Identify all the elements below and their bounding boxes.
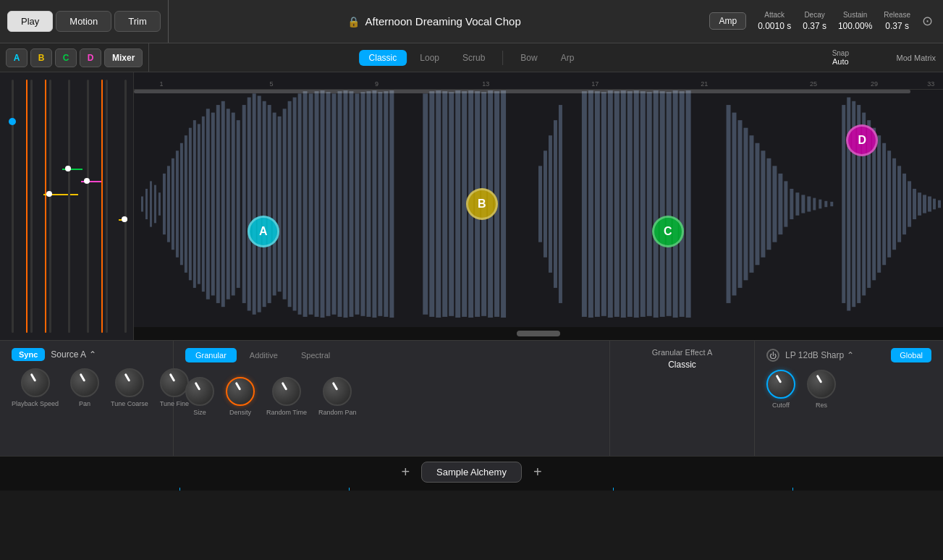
arp-mode-button[interactable]: Arp [551, 50, 585, 66]
play-button[interactable]: Play [7, 11, 53, 32]
ruler-mark-1: 1 [159, 80, 163, 88]
title-area: 🔒 Afternoon Dreaming Vocal Chop [169, 15, 700, 27]
spectral-button[interactable]: Spectral [291, 348, 340, 362]
effect-name: Classic [668, 360, 696, 370]
snap-label: Snap [832, 49, 849, 57]
marker-b-label: B [478, 198, 486, 211]
slider-handle-7[interactable] [122, 216, 127, 222]
div-tick-4 [792, 488, 793, 491]
svg-rect-45 [360, 92, 365, 316]
playback-speed-knob[interactable] [21, 368, 50, 397]
filter-panel: ⏻ LP 12dB Sharp ⌃ Global Cutoff Res [755, 341, 943, 456]
release-label: Release [884, 10, 910, 20]
slider-col-7 [119, 80, 127, 333]
additive-button[interactable]: Additive [240, 348, 288, 362]
res-knob[interactable] [807, 370, 836, 399]
svg-rect-96 [784, 181, 787, 226]
slider-handle-5[interactable] [84, 178, 90, 184]
scrub-mode-button[interactable]: Scrub [452, 50, 495, 66]
sync-button[interactable]: Sync [12, 348, 45, 361]
marker-a[interactable]: A [248, 216, 279, 247]
tune-fine-knob[interactable] [160, 368, 189, 397]
decay-group: Decay 0.37 s [803, 10, 826, 33]
amp-button[interactable]: Amp [709, 12, 746, 30]
sub-bar: A B C D Mixer Classic Loop Scrub Bow Arp… [0, 43, 943, 72]
svg-rect-105 [842, 105, 845, 303]
random-pan-knob[interactable] [323, 377, 352, 406]
svg-rect-123 [933, 199, 936, 210]
svg-rect-86 [727, 105, 731, 303]
footer-add-left-button[interactable]: + [401, 464, 410, 480]
loop-mode-button[interactable]: Loop [410, 50, 449, 66]
d-tab-button[interactable]: D [80, 48, 101, 67]
svg-rect-9 [176, 150, 179, 257]
svg-rect-34 [298, 93, 302, 314]
svg-rect-93 [766, 158, 771, 250]
slider-handle-4[interactable] [65, 166, 71, 171]
bow-mode-button[interactable]: Bow [510, 50, 547, 66]
svg-rect-83 [673, 90, 678, 318]
svg-rect-51 [423, 93, 428, 314]
waveform-canvas[interactable]: A B C D [134, 90, 943, 318]
div-tick-3 [613, 488, 614, 491]
marker-b[interactable]: B [466, 188, 498, 220]
marker-c[interactable]: C [652, 216, 684, 247]
svg-rect-72 [601, 92, 606, 316]
svg-rect-67 [554, 120, 557, 288]
source-panel: Sync Source A ⌃ Playback Speed Pan Tune … [0, 341, 174, 456]
c-tab-button[interactable]: C [55, 48, 77, 67]
size-knob[interactable] [185, 377, 214, 406]
svg-rect-23 [242, 105, 246, 303]
a-tab-button[interactable]: A [6, 48, 28, 67]
scrollbar-thumb[interactable] [517, 331, 560, 336]
granular-button[interactable]: Granular [185, 348, 237, 362]
left-panel [0, 72, 134, 340]
snap-value[interactable]: Auto [832, 57, 849, 66]
global-button[interactable]: Global [891, 348, 931, 362]
svg-rect-124 [938, 200, 941, 208]
svg-rect-104 [830, 202, 833, 206]
b-tab-button[interactable]: B [30, 48, 52, 67]
density-knob[interactable] [226, 377, 255, 406]
power-button[interactable]: ⏻ [766, 349, 779, 362]
random-pan-label: Random Pan [318, 409, 357, 416]
motion-button[interactable]: Motion [56, 11, 111, 32]
svg-rect-44 [355, 93, 359, 314]
random-pan-knob-item: Random Pan [318, 377, 357, 416]
mixer-button[interactable]: Mixer [104, 48, 143, 67]
source-label[interactable]: Source A ⌃ [51, 349, 96, 360]
svg-rect-115 [892, 158, 896, 250]
svg-rect-41 [337, 91, 342, 317]
tune-coarse-knob[interactable] [115, 368, 144, 397]
pan-knob[interactable] [70, 368, 99, 397]
svg-rect-36 [309, 93, 313, 314]
classic-mode-button[interactable]: Classic [359, 50, 407, 66]
waveform-display [134, 90, 943, 318]
div-tick-2 [349, 488, 350, 491]
ruler-mark-33: 33 [927, 80, 934, 88]
footer-add-right-button[interactable]: + [533, 464, 542, 480]
random-time-knob[interactable] [272, 377, 301, 406]
svg-rect-69 [582, 91, 587, 317]
more-button[interactable]: ⊙ [922, 13, 933, 29]
slider-handle-1[interactable] [9, 118, 16, 125]
slider-handle-3[interactable] [46, 191, 52, 197]
footer-bar: + Sample Alchemy + [0, 456, 943, 488]
svg-rect-78 [640, 91, 646, 317]
sustain-label: Sustain [843, 10, 867, 20]
svg-rect-4 [154, 185, 156, 224]
svg-rect-49 [384, 91, 388, 317]
slider-col-4 [62, 80, 75, 333]
decay-label: Decay [804, 10, 824, 20]
svg-rect-77 [634, 90, 639, 318]
trim-button[interactable]: Trim [114, 11, 161, 32]
cutoff-knob[interactable] [766, 370, 795, 399]
marker-d[interactable]: D [846, 124, 878, 156]
svg-rect-16 [206, 109, 210, 299]
mod-matrix-button[interactable]: Mod Matrix [897, 54, 936, 62]
svg-rect-100 [807, 196, 811, 211]
footer-plugin-button[interactable]: Sample Alchemy [421, 462, 522, 483]
random-time-knob-item: Random Time [266, 377, 307, 416]
selection-range[interactable] [134, 90, 910, 93]
svg-rect-5 [158, 192, 161, 216]
